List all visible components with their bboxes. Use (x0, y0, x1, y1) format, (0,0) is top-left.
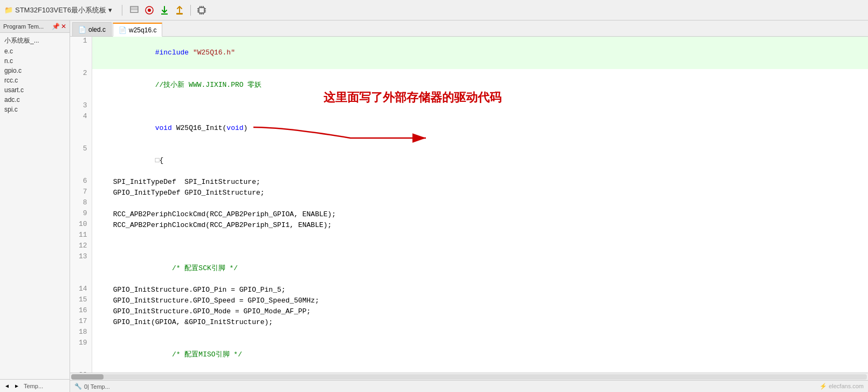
svg-rect-5 (176, 13, 183, 15)
code-content[interactable]: SPI_InitTypeDef SPI_InitStructure; (92, 177, 868, 188)
code-content[interactable] (92, 328, 868, 339)
line-number: 4 (70, 112, 92, 145)
table-row: 20 GPIO_InitStructure.GPIO_Pin = GPIO_Pi… (70, 371, 868, 373)
table-row: 17 GPIO_Init(GPIOA, &GPIO_InitStructure)… (70, 317, 868, 328)
code-content[interactable]: //技小新 WWW.JIXIN.PRO 零妖 (92, 69, 868, 101)
code-content[interactable]: /* 配置SCK引脚 */ (92, 252, 868, 285)
scrollbar-track[interactable] (71, 374, 867, 380)
sidebar-scroll-right[interactable]: ▶ (12, 381, 22, 391)
table-row: 16 GPIO_InitStructure.GPIO_Mode = GPIO_M… (70, 306, 868, 317)
table-row: 5 □{ (70, 145, 868, 177)
line-number: 12 (70, 242, 92, 252)
sidebar-item-5[interactable]: usart.c (0, 85, 70, 95)
code-content[interactable]: GPIO_InitStructure.GPIO_Pin = GPIO_Pin_5… (92, 285, 868, 295)
sidebar-item-1[interactable]: e.c (0, 46, 70, 56)
table-row: 1 #include "W25Q16.h" (70, 37, 868, 69)
editor-area: 📄 oled.c 📄 w25q16.c 1 #include "W25Q16.h… (70, 20, 868, 392)
status-text: 0| Temp... (84, 383, 110, 390)
table-row: 6 SPI_InitTypeDef SPI_InitStructure; (70, 177, 868, 188)
close-icon[interactable]: ✕ (61, 23, 66, 30)
svg-point-3 (148, 9, 151, 12)
upload-icon[interactable] (173, 4, 186, 17)
project-title: 📁 STM32F103VET6最小系统板 ▾ (4, 5, 112, 15)
table-row: 9 RCC_APB2PeriphClockCmd(RCC_APB2Periph_… (70, 209, 868, 220)
table-row: 13 /* 配置SCK引脚 */ (70, 252, 868, 285)
tabs: 📄 oled.c 📄 w25q16.c (70, 20, 868, 37)
table-row: 14 GPIO_InitStructure.GPIO_Pin = GPIO_Pi… (70, 285, 868, 295)
table-row: 2 //技小新 WWW.JIXIN.PRO 零妖 (70, 69, 868, 101)
line-number: 1 (70, 37, 92, 69)
code-content[interactable]: RCC_APB2PeriphClockCmd(RCC_APB2Periph_GP… (92, 209, 868, 220)
table-row: 3 (70, 101, 868, 112)
line-number: 8 (70, 198, 92, 209)
line-number: 13 (70, 252, 92, 285)
sidebar-footer: ◀ ▶ Temp... (0, 379, 70, 392)
build-icon[interactable] (128, 4, 141, 17)
line-number: 17 (70, 317, 92, 328)
table-row: 7 GPIO_InitTypeDef GPIO_InitStructure; (70, 188, 868, 198)
main-area: Program Tem... 📌 ✕ 小系统板_... e.c n.c gpio… (0, 20, 868, 392)
pin-icon[interactable]: 📌 (52, 23, 60, 30)
code-content[interactable] (92, 231, 868, 242)
watermark-text: ⚡ elecfans.com (819, 383, 864, 390)
sidebar-item-6[interactable]: adc.c (0, 95, 70, 105)
line-number: 2 (70, 69, 92, 101)
tab-oled[interactable]: 📄 oled.c (72, 22, 112, 36)
sidebar-item-0[interactable]: 小系统板_... (0, 35, 70, 46)
sidebar-title: Program Tem... (3, 23, 44, 30)
toolbar-icons (128, 4, 208, 17)
line-number: 5 (70, 145, 92, 177)
toolbar: 📁 STM32F103VET6最小系统板 ▾ (0, 0, 868, 20)
tab-w25q16-label: w25q16.c (129, 26, 156, 34)
code-table: 1 #include "W25Q16.h" 2 //技小新 WWW.JIXIN.… (70, 37, 868, 373)
code-content[interactable]: void W25Q16_Init(void) (92, 112, 868, 145)
code-content[interactable]: /* 配置MISO引脚 */ (92, 339, 868, 371)
table-row: 15 GPIO_InitStructure.GPIO_Speed = GPIO_… (70, 295, 868, 306)
table-row: 11 (70, 231, 868, 242)
code-content[interactable]: GPIO_InitStructure.GPIO_Speed = GPIO_Spe… (92, 295, 868, 306)
chip-icon[interactable] (195, 4, 208, 17)
sidebar-item-2[interactable]: n.c (0, 56, 70, 66)
table-row: 10 RCC_APB2PeriphClockCmd(RCC_APB2Periph… (70, 220, 868, 231)
status-left: 🔧 0| Temp... (74, 383, 110, 390)
sidebar-item-7[interactable]: spi.c (0, 105, 70, 114)
code-content[interactable]: GPIO_InitStructure.GPIO_Mode = GPIO_Mode… (92, 306, 868, 317)
project-icon: 📁 (4, 6, 13, 14)
code-content[interactable]: RCC_APB2PeriphClockCmd(RCC_APB2Periph_SP… (92, 220, 868, 231)
code-editor[interactable]: 1 #include "W25Q16.h" 2 //技小新 WWW.JIXIN.… (70, 37, 868, 373)
line-number: 14 (70, 285, 92, 295)
line-number: 9 (70, 209, 92, 220)
code-content[interactable] (92, 198, 868, 209)
line-number: 19 (70, 339, 92, 371)
download-icon[interactable] (158, 4, 171, 17)
line-number: 18 (70, 328, 92, 339)
separator-2 (190, 5, 191, 16)
table-row: 19 /* 配置MISO引脚 */ (70, 339, 868, 371)
line-number: 7 (70, 188, 92, 198)
line-number: 15 (70, 295, 92, 306)
code-content[interactable]: □{ (92, 145, 868, 177)
code-content[interactable] (92, 101, 868, 112)
sidebar-item-4[interactable]: rcc.c (0, 75, 70, 85)
code-content[interactable]: GPIO_Init(GPIOA, &GPIO_InitStructure); (92, 317, 868, 328)
code-content[interactable] (92, 242, 868, 252)
code-content[interactable]: #include "W25Q16.h" (92, 37, 868, 69)
sidebar-footer-label: Temp... (24, 383, 43, 389)
code-content[interactable]: GPIO_InitStructure.GPIO_Pin = GPIO_Pin_6… (92, 371, 868, 373)
dropdown-arrow-icon[interactable]: ▾ (108, 6, 112, 14)
code-content[interactable]: GPIO_InitTypeDef GPIO_InitStructure; (92, 188, 868, 198)
status-bar: 🔧 0| Temp... ⚡ elecfans.com (70, 380, 868, 392)
line-number: 10 (70, 220, 92, 231)
separator-1 (122, 5, 122, 16)
target-icon[interactable] (143, 4, 156, 17)
table-row: 18 (70, 328, 868, 339)
svg-rect-6 (199, 8, 204, 13)
sidebar-item-3[interactable]: gpio.c (0, 66, 70, 75)
sidebar-scroll-left[interactable]: ◀ (2, 381, 12, 391)
table-row: 4 void W25Q16_Init(void) (70, 112, 868, 145)
scrollbar-thumb[interactable] (71, 374, 104, 380)
sidebar-header: Program Tem... 📌 ✕ (0, 20, 70, 33)
tab-w25q16[interactable]: 📄 w25q16.c (113, 23, 162, 37)
status-right: ⚡ elecfans.com (819, 383, 864, 390)
horizontal-scrollbar[interactable] (70, 373, 868, 380)
